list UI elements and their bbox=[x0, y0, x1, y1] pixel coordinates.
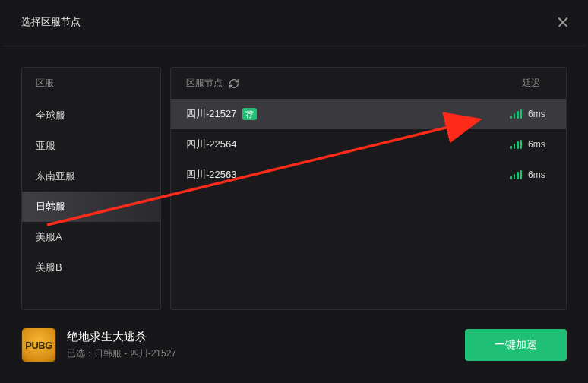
signal-icon bbox=[510, 170, 522, 179]
sidebar-item[interactable]: 美服A bbox=[22, 222, 160, 252]
node-name: 四川-21527 bbox=[186, 107, 236, 121]
refresh-icon[interactable] bbox=[229, 78, 239, 89]
node-name: 四川-22563 bbox=[186, 168, 236, 182]
boost-button[interactable]: 一键加速 bbox=[465, 329, 567, 361]
sidebar-heading: 区服 bbox=[22, 68, 160, 100]
close-icon[interactable] bbox=[555, 14, 571, 30]
node-row[interactable]: 四川-225646ms bbox=[171, 129, 566, 160]
latency-heading: 延迟 bbox=[522, 77, 540, 90]
nodes-heading: 区服节点 bbox=[186, 77, 223, 90]
header-title: 选择区服节点 bbox=[21, 15, 81, 29]
node-row[interactable]: 四川-225636ms bbox=[171, 160, 566, 190]
node-list: 四川-21527荐6ms四川-225646ms四川-225636ms bbox=[171, 99, 566, 190]
sidebar-item[interactable]: 日韩服 bbox=[22, 192, 160, 222]
latency-value: 6ms bbox=[528, 109, 549, 119]
footer: PUBG 绝地求生大逃杀 已选：日韩服 - 四川-21527 一键加速 bbox=[21, 324, 567, 366]
node-row[interactable]: 四川-21527荐6ms bbox=[171, 99, 566, 129]
sidebar-item-label: 全球服 bbox=[36, 109, 65, 122]
sidebar-item[interactable]: 东南亚服 bbox=[22, 161, 160, 192]
sidebar-item-label: 美服B bbox=[36, 261, 62, 274]
content-header: 区服节点 延迟 bbox=[171, 68, 566, 99]
content-panel: 区服节点 延迟 四川-21527荐6ms四川-225646ms四川-225636… bbox=[170, 67, 567, 310]
node-name: 四川-22564 bbox=[186, 138, 236, 151]
sidebar-item[interactable]: 全球服 bbox=[22, 100, 160, 131]
game-title: 绝地求生大逃杀 bbox=[67, 330, 176, 344]
latency-value: 6ms bbox=[528, 139, 549, 150]
main-area: 区服 全球服亚服东南亚服日韩服美服A美服B 区服节点 延迟 四川-21527荐6… bbox=[21, 67, 567, 310]
header-divider bbox=[2, 46, 586, 46]
game-icon: PUBG bbox=[21, 328, 56, 362]
signal-icon bbox=[510, 109, 522, 119]
sidebar-item-label: 美服A bbox=[36, 230, 62, 244]
sidebar-item-label: 东南亚服 bbox=[36, 169, 75, 183]
sidebar-item-label: 亚服 bbox=[36, 139, 55, 153]
header: 选择区服节点 bbox=[0, 0, 588, 44]
signal-icon bbox=[510, 140, 522, 149]
latency-value: 6ms bbox=[528, 169, 549, 180]
recommended-badge: 荐 bbox=[242, 108, 257, 120]
sidebar-item-label: 日韩服 bbox=[36, 200, 65, 214]
sidebar-item[interactable]: 亚服 bbox=[22, 131, 160, 161]
sidebar: 区服 全球服亚服东南亚服日韩服美服A美服B bbox=[21, 67, 161, 310]
game-subtitle: 已选：日韩服 - 四川-21527 bbox=[67, 347, 176, 360]
sidebar-item[interactable]: 美服B bbox=[22, 252, 160, 283]
